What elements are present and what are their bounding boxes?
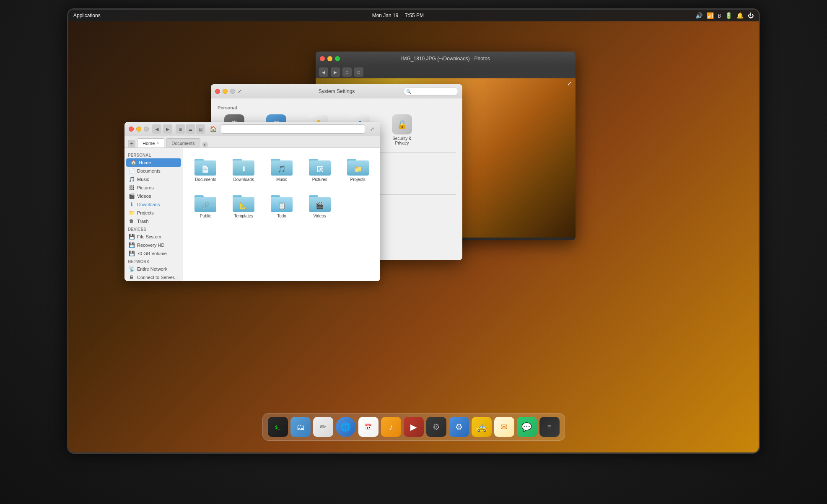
folder-music[interactable]: 🎵 Music — [266, 155, 298, 184]
folder-pictures[interactable]: 🖼 Pictures — [304, 155, 335, 184]
settings-search[interactable]: 🔍 — [404, 87, 458, 96]
dock-files-icon: 🗂 — [296, 422, 305, 432]
photos-title: IMG_1810.JPG (~/Downloads) - Photos — [401, 56, 490, 62]
notification-icon[interactable]: 🔔 — [736, 12, 744, 19]
fm-back-button[interactable]: ◀ — [152, 124, 161, 134]
battery-icon[interactable]: 🔋 — [725, 12, 732, 19]
dock-more[interactable]: ≡ — [539, 417, 560, 437]
fm-tab-documents-label: Documents — [171, 141, 195, 146]
sidebar-filesystem-label: File System — [137, 234, 161, 239]
settings-maximize-button[interactable] — [230, 89, 235, 94]
folder-documents-label: Documents — [195, 177, 216, 182]
sidebar-item-pictures[interactable]: 🖼 Pictures — [124, 184, 183, 192]
dock-taxi[interactable]: 🚕 — [472, 417, 492, 437]
fm-tab-documents[interactable]: Documents — [166, 138, 200, 147]
sidebar-item-connect-server[interactable]: 🖥 Connect to Server... — [124, 273, 183, 281]
wifi-icon[interactable]: 📶 — [707, 12, 714, 19]
settings-section-personal: Personal — [218, 105, 456, 110]
volume-icon[interactable]: 🔊 — [695, 12, 703, 19]
sidebar-item-projects[interactable]: 📁 Projects — [124, 209, 183, 217]
dock-editor[interactable]: ✏ — [313, 417, 333, 437]
dock-messages[interactable]: 💬 — [517, 417, 537, 437]
photos-titlebar-buttons — [320, 56, 340, 61]
fm-expand-button[interactable]: ⤢ — [368, 125, 376, 133]
fm-add-tab-button[interactable]: + — [128, 140, 135, 147]
photos-maximize-button[interactable] — [335, 56, 340, 61]
folder-videos[interactable]: 🎬 Videos — [304, 191, 335, 221]
fm-forward-button[interactable]: ▶ — [163, 124, 172, 134]
fm-minimize-button[interactable] — [136, 127, 141, 132]
folder-downloads-label: Downloads — [233, 177, 254, 182]
folder-todo-label: Todo — [277, 214, 286, 218]
sidebar-item-music[interactable]: 🎵 Music — [124, 175, 183, 184]
photos-nav-forward[interactable]: ▶ — [331, 67, 340, 77]
settings-security-icon: 🔒 — [392, 114, 412, 134]
dock-settings[interactable]: ⚙ — [426, 417, 446, 437]
sidebar-item-recovery[interactable]: 💾 Recovery HD — [124, 241, 183, 249]
folder-downloads[interactable]: ⬇ Downloads — [228, 155, 259, 184]
sidebar-item-documents[interactable]: 📄 Documents — [124, 167, 183, 175]
dock-browser[interactable]: 🌐 — [336, 417, 356, 437]
folder-videos-icon: 🎬 — [309, 194, 331, 212]
photos-nav-view1[interactable]: □ — [342, 67, 352, 77]
sidebar-item-downloads[interactable]: ⬇ Downloads — [124, 200, 183, 209]
dock-files[interactable]: 🗂 — [290, 417, 311, 437]
fm-maximize-button[interactable] — [144, 127, 149, 132]
sidebar-item-volume[interactable]: 💾 70 GB Volume — [124, 249, 183, 258]
folder-music-symbol: 🎵 — [277, 165, 286, 173]
photos-nav-back[interactable]: ◀ — [319, 67, 328, 77]
fm-tab-home[interactable]: Home × — [137, 138, 164, 147]
sidebar-volume-label: 70 GB Volume — [137, 251, 167, 256]
sidebar-home-icon: 🏠 — [130, 160, 136, 165]
sidebar-item-entire-network[interactable]: 📡 Entire Network — [124, 265, 183, 273]
folder-public[interactable]: 🔗 Public — [190, 191, 221, 221]
fm-list-view-button[interactable]: ☰ — [186, 124, 195, 134]
settings-search-input[interactable] — [404, 87, 458, 96]
dock-toggle[interactable]: ⚙ — [449, 417, 469, 437]
photos-close-button[interactable] — [320, 56, 325, 61]
fm-tab-home-close[interactable]: × — [156, 141, 159, 145]
menubar-left: Applications — [73, 13, 101, 18]
fm-home-button[interactable]: 🏠 — [208, 124, 218, 134]
dock-media[interactable]: ▶ — [404, 417, 424, 437]
photos-nav-view2[interactable]: □ — [354, 67, 363, 77]
sidebar-documents-icon: 📄 — [129, 168, 135, 174]
sidebar-item-home[interactable]: 🏠 Home — [126, 158, 181, 167]
dock: $_ 🗂 ✏ 🌐 📅 ♪ ▶ — [262, 413, 565, 441]
sidebar-item-videos[interactable]: 🎬 Videos — [124, 192, 183, 200]
power-icon[interactable]: ⏻ — [748, 12, 754, 19]
folder-downloads-icon: ⬇ — [233, 157, 254, 176]
folder-projects[interactable]: 📁 Projects — [342, 155, 373, 184]
settings-minimize-button[interactable] — [223, 89, 228, 94]
settings-expand-button[interactable]: ⤢ — [238, 88, 245, 95]
bluetooth-icon[interactable]: ₿ — [718, 12, 721, 19]
filemanager-titlebar: ◀ ▶ ⊞ ☰ ▤ 🏠 ⤢ — [124, 122, 380, 136]
photos-expand-button[interactable]: ⤢ — [567, 80, 572, 87]
settings-item-security[interactable]: 🔒 Security & Privacy — [385, 114, 419, 145]
dock-toggle-icon: ⚙ — [455, 422, 463, 432]
dock-calendar[interactable]: 📅 — [358, 417, 379, 437]
folder-pictures-icon: 🖼 — [309, 157, 331, 176]
fm-grid-view-button[interactable]: ⊞ — [176, 124, 185, 134]
photos-minimize-button[interactable] — [327, 56, 332, 61]
dock-terminal[interactable]: $_ — [268, 417, 288, 437]
sidebar-item-filesystem[interactable]: 💾 File System — [124, 233, 183, 241]
settings-close-button[interactable] — [215, 89, 220, 94]
sidebar-item-trash[interactable]: 🗑 Trash — [124, 217, 183, 225]
sidebar-pictures-label: Pictures — [137, 185, 154, 190]
fm-address-bar[interactable] — [221, 124, 365, 134]
folder-documents[interactable]: 📄 Documents — [190, 155, 221, 184]
sidebar-documents-label: Documents — [137, 168, 161, 173]
fm-sidebar-section-devices: Devices — [124, 225, 183, 233]
fm-column-view-button[interactable]: ▤ — [196, 124, 205, 134]
app-menu[interactable]: Applications — [73, 13, 101, 18]
dock-music[interactable]: ♪ — [381, 417, 401, 437]
fm-scroll-button[interactable]: ▸ — [202, 142, 208, 147]
dock-mail[interactable]: ✉ — [494, 417, 514, 437]
dock-messages-icon: 💬 — [521, 422, 532, 432]
fm-close-button[interactable] — [129, 127, 134, 132]
fm-tab-home-label: Home — [143, 141, 155, 146]
fm-sidebar: Personal 🏠 Home 📄 Documents 🎵 Music — [124, 148, 183, 281]
folder-todo[interactable]: 📋 Todo — [266, 191, 298, 221]
folder-templates[interactable]: 📐 Templates — [228, 191, 259, 221]
